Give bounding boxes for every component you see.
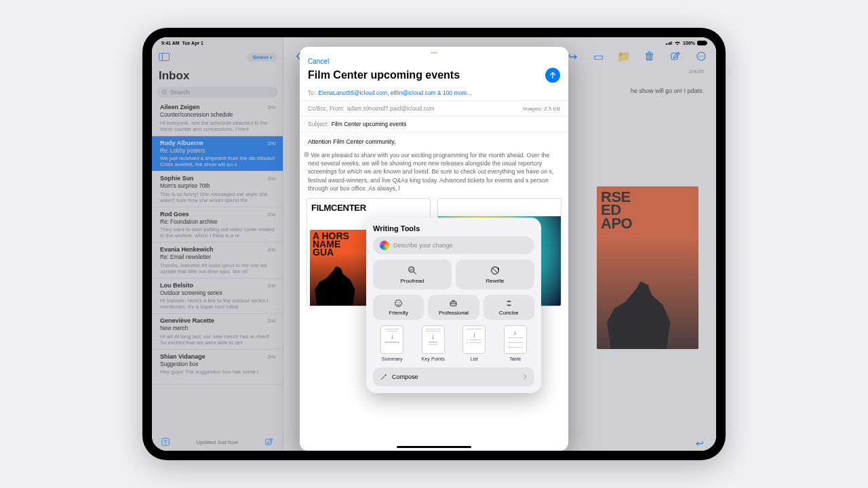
svg-point-15 — [395, 300, 402, 307]
reply-button-bottom[interactable]: ↩︎ — [693, 436, 707, 450]
search-icon — [161, 89, 167, 96]
proofread-button[interactable]: Proofread — [373, 260, 452, 289]
select-button[interactable]: Select▾ — [247, 53, 277, 62]
compose-small-button[interactable] — [262, 435, 276, 449]
folder-icon[interactable]: 📁 — [617, 49, 631, 63]
cc-from-field[interactable]: Cc/Bcc, From:adam.s9noend7.paid@icloud.c… — [300, 101, 568, 117]
svg-line-3 — [165, 93, 167, 94]
compose-title: Film Center upcoming events — [308, 65, 468, 85]
chevron-right-icon — [522, 373, 528, 380]
professional-button[interactable]: Professional — [428, 295, 479, 320]
svg-point-10 — [703, 56, 703, 56]
svg-point-16 — [397, 302, 397, 303]
battery-icon — [697, 41, 707, 45]
send-button[interactable] — [545, 68, 560, 83]
svg-line-14 — [492, 268, 498, 273]
sidebar: Select▾ Inbox Search Aileen Zeigen2/4/Co… — [152, 37, 283, 451]
poster-image: RSE ED APO — [597, 186, 698, 349]
battery-pct: 100% — [683, 41, 695, 45]
friendly-button[interactable]: Friendly — [373, 295, 424, 320]
keypoints-button[interactable]: ↓Key Points — [414, 325, 453, 362]
wand-icon — [380, 373, 388, 381]
archive-icon[interactable]: ▭ — [591, 49, 605, 63]
panel-toggle-button[interactable] — [157, 50, 171, 64]
cancel-button[interactable]: Cancel — [308, 58, 329, 65]
concise-button[interactable]: Concise — [484, 295, 534, 320]
status-bar: 9:41 AM Tue Apr 1 100% — [152, 37, 716, 48]
filter-button[interactable] — [159, 435, 172, 449]
message-row[interactable]: Shian Vidanage2/4/Suggestion boxHey guys… — [152, 350, 283, 386]
compose-tool-button[interactable]: Compose — [373, 367, 534, 386]
mail-snippet: he show will go on! I pdate. — [631, 87, 705, 94]
sparkle-icon — [380, 241, 389, 250]
svg-point-17 — [399, 302, 400, 303]
list-button[interactable]: ↓List — [455, 325, 494, 362]
summary-button[interactable]: ↓Summary — [373, 325, 412, 362]
briefcase-icon — [449, 299, 458, 308]
message-row[interactable]: Sophie Sun2/4/Mom's surprise 70thThis is… — [152, 171, 283, 207]
svg-line-12 — [414, 272, 416, 274]
writing-tools-popover: Writing Tools Describe your change Proof… — [366, 218, 541, 393]
svg-point-9 — [701, 56, 701, 56]
home-indicator[interactable] — [397, 446, 471, 448]
compose-body[interactable]: Attention Film Center community, We are … — [300, 132, 568, 198]
wifi-icon — [674, 40, 681, 45]
updated-label: Updated Just Now — [197, 439, 238, 445]
svg-rect-4 — [162, 439, 170, 446]
svg-point-2 — [162, 90, 165, 94]
writing-tools-title: Writing Tools — [373, 224, 534, 237]
inbox-title: Inbox — [152, 66, 283, 85]
describe-change-input[interactable]: Describe your change — [373, 237, 534, 254]
compose-button[interactable] — [669, 49, 682, 63]
smile-icon — [394, 299, 403, 308]
svg-rect-0 — [159, 53, 169, 60]
message-row[interactable]: Rody Albuerne2/4/Re: Lobby postersWe jus… — [152, 136, 283, 172]
to-field[interactable]: To:ElenaLanot55@icloud.com, eltlin@iclou… — [300, 85, 568, 101]
trash-icon[interactable]: 🗑 — [643, 49, 656, 63]
table-button[interactable]: ↓Table — [496, 325, 535, 362]
search-input[interactable]: Search — [157, 87, 277, 98]
message-row[interactable]: Geneviève Racette2/4/New merchHi all! At… — [152, 314, 283, 350]
subject-field[interactable]: Subject:Film Center upcoming events — [300, 117, 568, 132]
rewrite-button[interactable]: Rewrite — [456, 260, 534, 289]
message-row[interactable]: Aileen Zeigen2/4/Counter/concession sche… — [152, 100, 283, 136]
magnify-check-icon — [407, 265, 418, 276]
grabber-icon[interactable]: ••• — [300, 47, 568, 56]
signal-icon — [666, 41, 672, 45]
message-row[interactable]: Rod Goes2/4/Re: Foundation archiveThey w… — [152, 207, 283, 243]
rewrite-icon — [490, 265, 500, 276]
message-row[interactable]: Lou Belsito2/4/Outdoor screening seriesH… — [152, 279, 283, 314]
mail-date: 2/4/25 — [689, 68, 704, 75]
svg-point-8 — [699, 56, 700, 56]
message-row[interactable]: Evania Henkewich2/4/Re: Email newsletter… — [152, 243, 283, 279]
more-button[interactable] — [694, 49, 708, 63]
concise-icon — [505, 299, 513, 308]
